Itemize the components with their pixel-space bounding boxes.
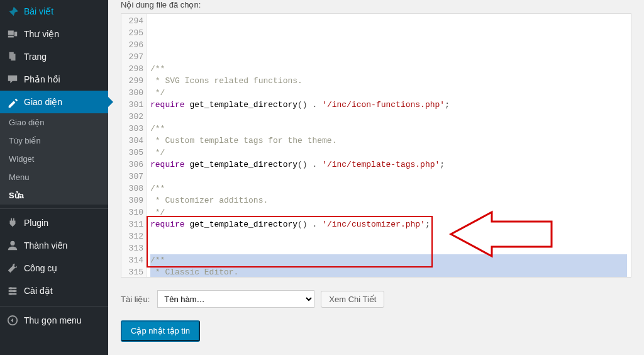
sidebar-item-posts[interactable]: Bài viết xyxy=(0,0,108,23)
appearance-icon xyxy=(6,96,19,108)
media-icon xyxy=(6,28,19,40)
view-details-button[interactable]: Xem Chi Tiết xyxy=(321,291,384,308)
sidebar-item-label: Trang xyxy=(24,52,47,62)
sidebar-item-label: Phản hồi xyxy=(24,74,60,84)
update-file-button[interactable]: Cập nhật tập tin xyxy=(121,320,200,341)
code-line xyxy=(150,51,627,63)
code-line: /** xyxy=(150,63,627,75)
line-gutter: 2942952962972982993003013023033043053063… xyxy=(121,14,147,277)
sidebar-item-label: Giao diện xyxy=(24,97,62,107)
sidebar-submenu: Giao diện Tùy biến Widget Menu Sửa xyxy=(0,113,108,205)
svg-point-0 xyxy=(10,241,14,245)
svg-point-4 xyxy=(10,287,13,290)
docs-controls: Tài liệu: Tên hàm… Xem Chi Tiết xyxy=(121,290,631,308)
code-line xyxy=(150,230,627,242)
code-line xyxy=(150,111,627,123)
sidebar-item-label: Thu gọn menu xyxy=(24,315,82,325)
code-line: require get_template_directory() . '/inc… xyxy=(150,218,627,230)
code-editor[interactable]: 2942952962972982993003013023033043053063… xyxy=(121,13,631,278)
code-line: */ xyxy=(150,87,627,99)
section-label: Nội dung file đã chọn: xyxy=(121,0,631,9)
submenu-item-menus[interactable]: Menu xyxy=(0,168,108,186)
admin-sidebar: Bài viết Thư viện Trang Phản hồi Giao di… xyxy=(0,0,108,355)
code-line: * Custom template tags for the theme. xyxy=(150,135,627,147)
collapse-icon xyxy=(6,314,19,327)
submenu-item-themes[interactable]: Giao diện xyxy=(0,113,108,132)
submenu-item-widgets[interactable]: Widget xyxy=(0,150,108,168)
comments-icon xyxy=(6,73,19,86)
code-line: /** xyxy=(150,123,627,135)
pages-icon xyxy=(6,50,19,63)
sidebar-item-appearance[interactable]: Giao diện xyxy=(0,91,108,113)
main-content: Nội dung file đã chọn: 29429529629729829… xyxy=(108,0,644,355)
sidebar-item-media[interactable]: Thư viện xyxy=(0,23,108,45)
sidebar-item-users[interactable]: Thành viên xyxy=(0,234,108,257)
sidebar-item-plugins[interactable]: Plugin xyxy=(0,208,108,234)
function-select[interactable]: Tên hàm… xyxy=(157,290,314,308)
users-icon xyxy=(6,239,19,252)
code-area[interactable]: /** * SVG Icons related functions. */req… xyxy=(147,14,631,277)
sidebar-item-label: Công cụ xyxy=(24,263,57,273)
sidebar-item-label: Cài đặt xyxy=(24,286,53,296)
sidebar-item-label: Bài viết xyxy=(24,6,53,16)
code-line: * Customizer additions. xyxy=(150,194,627,206)
sidebar-item-pages[interactable]: Trang xyxy=(0,45,108,68)
code-line: require get_template_directory() . '/inc… xyxy=(150,99,627,111)
tools-icon xyxy=(6,262,19,274)
sidebar-item-comments[interactable]: Phản hồi xyxy=(0,68,108,91)
code-line: require get_template_directory() . '/inc… xyxy=(150,159,627,171)
settings-icon xyxy=(6,285,19,297)
plugin-icon xyxy=(6,217,19,229)
submenu-item-customize[interactable]: Tùy biến xyxy=(0,132,108,150)
code-line xyxy=(150,171,627,183)
code-line: * Classic Editor. xyxy=(150,266,627,278)
code-line xyxy=(150,242,627,254)
sidebar-collapse[interactable]: Thu gọn menu xyxy=(0,306,108,332)
svg-point-5 xyxy=(13,290,16,293)
code-line: */ xyxy=(150,147,627,159)
sidebar-item-tools[interactable]: Công cụ xyxy=(0,257,108,279)
sidebar-item-label: Plugin xyxy=(24,218,48,228)
code-line: */ xyxy=(150,206,627,218)
sidebar-item-label: Thư viện xyxy=(24,29,59,39)
code-line: /** xyxy=(150,183,627,194)
code-line: /** xyxy=(150,254,627,266)
docs-label: Tài liệu: xyxy=(121,295,150,304)
svg-point-6 xyxy=(10,293,13,295)
sidebar-item-settings[interactable]: Cài đặt xyxy=(0,279,108,302)
submenu-item-editor[interactable]: Sửa xyxy=(0,186,108,205)
sidebar-item-label: Thành viên xyxy=(24,240,67,251)
code-line: * SVG Icons related functions. xyxy=(150,75,627,87)
pin-icon xyxy=(6,5,19,18)
